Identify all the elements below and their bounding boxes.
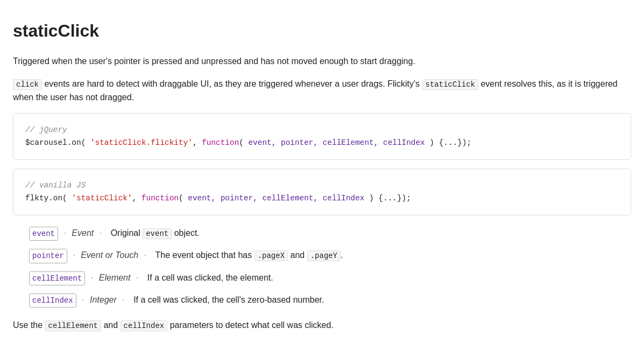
param-cellelement-desc: If a cell was clicked, the element. bbox=[147, 271, 273, 285]
param-event-inline-code: event bbox=[143, 228, 172, 239]
vanilla-code-line: flkty.on( 'staticClick', function( event… bbox=[25, 192, 619, 205]
param-pointer: pointer · Event or Touch · The event obj… bbox=[29, 248, 631, 263]
param-event-type: Event bbox=[72, 226, 94, 240]
param-pointer-desc: The event object that has .pageX and .pa… bbox=[155, 248, 343, 262]
param-cellelement-sep1: · bbox=[88, 271, 95, 285]
param-cellelement-type: Element bbox=[99, 271, 131, 285]
page-title: staticClick bbox=[13, 17, 631, 45]
param-cellindex: cellIndex · Integer · If a cell was clic… bbox=[29, 293, 631, 308]
jquery-code-block: // jQuery $carousel.on( 'staticClick.fli… bbox=[13, 113, 631, 160]
intro-text: Triggered when the user's pointer is pre… bbox=[13, 54, 631, 68]
param-cellindex-desc: If a cell was clicked, the cell's zero-b… bbox=[133, 293, 324, 307]
param-event-desc: Original event object. bbox=[111, 226, 200, 240]
param-pointer-code1: .pageX bbox=[254, 250, 288, 261]
param-cellelement: cellElement · Element · If a cell was cl… bbox=[29, 271, 631, 285]
param-cellindex-type: Integer bbox=[90, 293, 117, 307]
param-cellindex-sep2: · bbox=[120, 293, 127, 307]
param-pointer-sep1: · bbox=[70, 248, 77, 262]
param-pointer-code2: .pageY bbox=[307, 250, 341, 261]
param-cellindex-name: cellIndex bbox=[29, 294, 76, 308]
vanilla-comment: // vanilla JS bbox=[25, 179, 619, 192]
param-cellelement-name: cellElement bbox=[29, 271, 85, 285]
bottom-text: Use the cellElement and cellIndex parame… bbox=[13, 318, 631, 332]
bottom-code1: cellElement bbox=[45, 320, 101, 331]
jquery-code-line: $carousel.on( 'staticClick.flickity', fu… bbox=[25, 136, 619, 149]
param-cellindex-sep1: · bbox=[80, 293, 87, 307]
staticclick-inline-code: staticClick bbox=[422, 79, 478, 90]
click-inline-code: click bbox=[13, 79, 42, 90]
bottom-text-pre: Use the bbox=[13, 320, 43, 330]
param-cellelement-sep2: · bbox=[133, 271, 140, 285]
bottom-text-post: parameters to detect what cell was click… bbox=[170, 320, 334, 330]
params-list: event · Event · Original event object. p… bbox=[29, 226, 631, 308]
body-text: click events are hard to detect with dra… bbox=[13, 77, 631, 104]
param-event: event · Event · Original event object. bbox=[29, 226, 631, 241]
param-event-name: event bbox=[29, 227, 58, 241]
vanilla-code-block: // vanilla JS flkty.on( 'staticClick', f… bbox=[13, 169, 631, 215]
bottom-text-mid: and bbox=[103, 320, 120, 330]
param-event-sep2: · bbox=[97, 226, 104, 240]
param-pointer-sep2: · bbox=[141, 248, 148, 262]
param-pointer-name: pointer bbox=[29, 249, 67, 263]
param-pointer-type: Event or Touch bbox=[81, 248, 138, 262]
param-event-sep1: · bbox=[61, 226, 68, 240]
bottom-code2: cellIndex bbox=[121, 320, 168, 331]
body-text-part1: events are hard to detect with draggable… bbox=[44, 79, 422, 88]
jquery-comment: // jQuery bbox=[25, 123, 619, 136]
